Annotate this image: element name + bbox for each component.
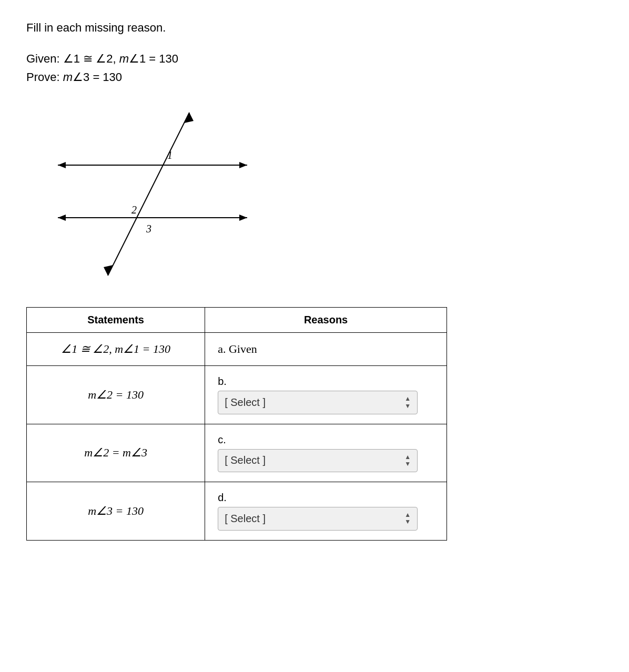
svg-marker-5 [239, 215, 247, 221]
given-prove-block: Given: ∠1 ≅ ∠2, m∠1 = 130 Prove: m∠3 = 1… [26, 49, 603, 86]
given-label: Given: [26, 52, 63, 65]
svg-line-6 [108, 113, 189, 276]
select-arrow-icon-b: ▲ ▼ [404, 395, 411, 409]
table-row: m∠2 = m∠3 c. [ Select ] ▲ ▼ [27, 424, 447, 482]
select-wrapper-b[interactable]: [ Select ] ▲ ▼ [218, 391, 418, 414]
table-row: m∠3 = 130 d. [ Select ] ▲ ▼ [27, 482, 447, 540]
statement-cell-2: m∠2 = 130 [27, 366, 205, 424]
instruction-text: Fill in each missing reason. [26, 21, 603, 35]
reason-label-d: d. [218, 492, 434, 504]
given-text: ∠1 ≅ ∠2, m∠1 = 130 [63, 52, 178, 65]
svg-text:2: 2 [131, 204, 137, 216]
reason-cell-1: a. Given [205, 333, 447, 366]
prove-label: Prove: [26, 70, 63, 84]
svg-marker-4 [58, 215, 66, 221]
svg-marker-2 [239, 162, 247, 168]
proof-table: Statements Reasons ∠1 ≅ ∠2, m∠1 = 130 a.… [26, 307, 447, 540]
select-wrapper-d[interactable]: [ Select ] ▲ ▼ [218, 507, 418, 530]
select-text-d: [ Select ] [225, 513, 266, 525]
svg-marker-1 [58, 162, 66, 168]
diagram-container: 1 2 3 [26, 97, 289, 286]
select-arrow-icon-d: ▲ ▼ [404, 512, 411, 525]
reason-cell-2: b. [ Select ] ▲ ▼ [205, 366, 447, 424]
statement-cell-1: ∠1 ≅ ∠2, m∠1 = 130 [27, 333, 205, 366]
col-header-reasons: Reasons [205, 308, 447, 333]
select-text-b: [ Select ] [225, 396, 266, 409]
reason-cell-3: c. [ Select ] ▲ ▼ [205, 424, 447, 482]
svg-marker-8 [104, 265, 113, 276]
select-arrow-icon-c: ▲ ▼ [404, 454, 411, 467]
svg-text:1: 1 [167, 149, 173, 161]
select-wrapper-c[interactable]: [ Select ] ▲ ▼ [218, 449, 418, 472]
table-row: ∠1 ≅ ∠2, m∠1 = 130 a. Given [27, 333, 447, 366]
svg-text:3: 3 [146, 223, 151, 235]
col-header-statements: Statements [27, 308, 205, 333]
select-text-c: [ Select ] [225, 454, 266, 466]
statement-cell-4: m∠3 = 130 [27, 482, 205, 540]
svg-marker-7 [184, 113, 194, 123]
table-row: m∠2 = 130 b. [ Select ] ▲ ▼ [27, 366, 447, 424]
reason-cell-4: d. [ Select ] ▲ ▼ [205, 482, 447, 540]
reason-label-c: c. [218, 434, 434, 446]
reason-label-b: b. [218, 375, 434, 388]
statement-cell-3: m∠2 = m∠3 [27, 424, 205, 482]
prove-text: m∠3 = 130 [63, 70, 122, 84]
